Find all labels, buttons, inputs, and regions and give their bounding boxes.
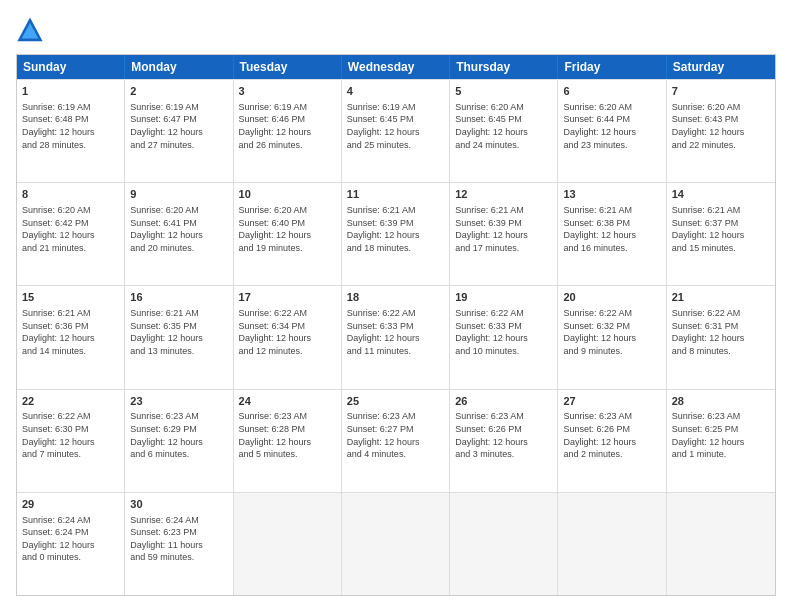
day-number: 15: [22, 290, 119, 305]
calendar-cell: 4Sunrise: 6:19 AM Sunset: 6:45 PM Daylig…: [342, 80, 450, 182]
day-info: Sunrise: 6:19 AM Sunset: 6:47 PM Dayligh…: [130, 101, 227, 151]
day-number: 12: [455, 187, 552, 202]
day-info: Sunrise: 6:20 AM Sunset: 6:41 PM Dayligh…: [130, 204, 227, 254]
day-info: Sunrise: 6:21 AM Sunset: 6:36 PM Dayligh…: [22, 307, 119, 357]
day-info: Sunrise: 6:20 AM Sunset: 6:45 PM Dayligh…: [455, 101, 552, 151]
day-number: 2: [130, 84, 227, 99]
day-info: Sunrise: 6:19 AM Sunset: 6:48 PM Dayligh…: [22, 101, 119, 151]
calendar: SundayMondayTuesdayWednesdayThursdayFrid…: [16, 54, 776, 596]
calendar-cell: 26Sunrise: 6:23 AM Sunset: 6:26 PM Dayli…: [450, 390, 558, 492]
calendar-cell: 24Sunrise: 6:23 AM Sunset: 6:28 PM Dayli…: [234, 390, 342, 492]
day-info: Sunrise: 6:21 AM Sunset: 6:39 PM Dayligh…: [455, 204, 552, 254]
calendar-cell: 6Sunrise: 6:20 AM Sunset: 6:44 PM Daylig…: [558, 80, 666, 182]
cal-header-day: Friday: [558, 55, 666, 79]
day-info: Sunrise: 6:19 AM Sunset: 6:45 PM Dayligh…: [347, 101, 444, 151]
cal-header-day: Monday: [125, 55, 233, 79]
day-number: 30: [130, 497, 227, 512]
calendar-cell: 28Sunrise: 6:23 AM Sunset: 6:25 PM Dayli…: [667, 390, 775, 492]
day-number: 18: [347, 290, 444, 305]
day-info: Sunrise: 6:19 AM Sunset: 6:46 PM Dayligh…: [239, 101, 336, 151]
day-number: 10: [239, 187, 336, 202]
calendar-row: 15Sunrise: 6:21 AM Sunset: 6:36 PM Dayli…: [17, 285, 775, 388]
day-number: 5: [455, 84, 552, 99]
calendar-cell: 29Sunrise: 6:24 AM Sunset: 6:24 PM Dayli…: [17, 493, 125, 595]
day-number: 3: [239, 84, 336, 99]
calendar-cell: [450, 493, 558, 595]
calendar-body: 1Sunrise: 6:19 AM Sunset: 6:48 PM Daylig…: [17, 79, 775, 595]
day-info: Sunrise: 6:21 AM Sunset: 6:39 PM Dayligh…: [347, 204, 444, 254]
day-info: Sunrise: 6:22 AM Sunset: 6:33 PM Dayligh…: [347, 307, 444, 357]
day-info: Sunrise: 6:20 AM Sunset: 6:40 PM Dayligh…: [239, 204, 336, 254]
day-info: Sunrise: 6:22 AM Sunset: 6:33 PM Dayligh…: [455, 307, 552, 357]
day-number: 7: [672, 84, 770, 99]
day-info: Sunrise: 6:21 AM Sunset: 6:38 PM Dayligh…: [563, 204, 660, 254]
calendar-cell: 1Sunrise: 6:19 AM Sunset: 6:48 PM Daylig…: [17, 80, 125, 182]
day-number: 28: [672, 394, 770, 409]
calendar-cell: 20Sunrise: 6:22 AM Sunset: 6:32 PM Dayli…: [558, 286, 666, 388]
day-number: 24: [239, 394, 336, 409]
day-info: Sunrise: 6:24 AM Sunset: 6:24 PM Dayligh…: [22, 514, 119, 564]
calendar-cell: 11Sunrise: 6:21 AM Sunset: 6:39 PM Dayli…: [342, 183, 450, 285]
calendar-cell: 3Sunrise: 6:19 AM Sunset: 6:46 PM Daylig…: [234, 80, 342, 182]
calendar-cell: 5Sunrise: 6:20 AM Sunset: 6:45 PM Daylig…: [450, 80, 558, 182]
calendar-cell: 18Sunrise: 6:22 AM Sunset: 6:33 PM Dayli…: [342, 286, 450, 388]
cal-header-day: Wednesday: [342, 55, 450, 79]
calendar-cell: 7Sunrise: 6:20 AM Sunset: 6:43 PM Daylig…: [667, 80, 775, 182]
calendar-cell: 17Sunrise: 6:22 AM Sunset: 6:34 PM Dayli…: [234, 286, 342, 388]
logo-icon: [16, 16, 44, 44]
day-info: Sunrise: 6:23 AM Sunset: 6:26 PM Dayligh…: [563, 410, 660, 460]
day-info: Sunrise: 6:22 AM Sunset: 6:31 PM Dayligh…: [672, 307, 770, 357]
day-info: Sunrise: 6:21 AM Sunset: 6:35 PM Dayligh…: [130, 307, 227, 357]
calendar-cell: 21Sunrise: 6:22 AM Sunset: 6:31 PM Dayli…: [667, 286, 775, 388]
logo: [16, 16, 50, 44]
calendar-cell: 9Sunrise: 6:20 AM Sunset: 6:41 PM Daylig…: [125, 183, 233, 285]
day-info: Sunrise: 6:20 AM Sunset: 6:43 PM Dayligh…: [672, 101, 770, 151]
day-number: 14: [672, 187, 770, 202]
calendar-cell: [342, 493, 450, 595]
day-number: 16: [130, 290, 227, 305]
day-number: 20: [563, 290, 660, 305]
cal-header-day: Tuesday: [234, 55, 342, 79]
day-info: Sunrise: 6:23 AM Sunset: 6:27 PM Dayligh…: [347, 410, 444, 460]
calendar-cell: 2Sunrise: 6:19 AM Sunset: 6:47 PM Daylig…: [125, 80, 233, 182]
calendar-row: 29Sunrise: 6:24 AM Sunset: 6:24 PM Dayli…: [17, 492, 775, 595]
day-number: 27: [563, 394, 660, 409]
day-number: 4: [347, 84, 444, 99]
cal-header-day: Thursday: [450, 55, 558, 79]
calendar-cell: [558, 493, 666, 595]
day-info: Sunrise: 6:20 AM Sunset: 6:44 PM Dayligh…: [563, 101, 660, 151]
calendar-cell: 15Sunrise: 6:21 AM Sunset: 6:36 PM Dayli…: [17, 286, 125, 388]
calendar-cell: 19Sunrise: 6:22 AM Sunset: 6:33 PM Dayli…: [450, 286, 558, 388]
day-number: 1: [22, 84, 119, 99]
day-info: Sunrise: 6:23 AM Sunset: 6:29 PM Dayligh…: [130, 410, 227, 460]
day-info: Sunrise: 6:20 AM Sunset: 6:42 PM Dayligh…: [22, 204, 119, 254]
calendar-cell: 25Sunrise: 6:23 AM Sunset: 6:27 PM Dayli…: [342, 390, 450, 492]
day-number: 21: [672, 290, 770, 305]
day-number: 8: [22, 187, 119, 202]
day-number: 11: [347, 187, 444, 202]
calendar-cell: 13Sunrise: 6:21 AM Sunset: 6:38 PM Dayli…: [558, 183, 666, 285]
day-number: 29: [22, 497, 119, 512]
calendar-cell: [234, 493, 342, 595]
day-number: 17: [239, 290, 336, 305]
day-info: Sunrise: 6:23 AM Sunset: 6:25 PM Dayligh…: [672, 410, 770, 460]
calendar-cell: 10Sunrise: 6:20 AM Sunset: 6:40 PM Dayli…: [234, 183, 342, 285]
calendar-cell: 30Sunrise: 6:24 AM Sunset: 6:23 PM Dayli…: [125, 493, 233, 595]
day-info: Sunrise: 6:22 AM Sunset: 6:34 PM Dayligh…: [239, 307, 336, 357]
day-info: Sunrise: 6:24 AM Sunset: 6:23 PM Dayligh…: [130, 514, 227, 564]
day-number: 19: [455, 290, 552, 305]
day-info: Sunrise: 6:22 AM Sunset: 6:30 PM Dayligh…: [22, 410, 119, 460]
day-number: 26: [455, 394, 552, 409]
day-info: Sunrise: 6:21 AM Sunset: 6:37 PM Dayligh…: [672, 204, 770, 254]
day-number: 9: [130, 187, 227, 202]
day-number: 13: [563, 187, 660, 202]
calendar-cell: 14Sunrise: 6:21 AM Sunset: 6:37 PM Dayli…: [667, 183, 775, 285]
calendar-row: 22Sunrise: 6:22 AM Sunset: 6:30 PM Dayli…: [17, 389, 775, 492]
calendar-cell: 16Sunrise: 6:21 AM Sunset: 6:35 PM Dayli…: [125, 286, 233, 388]
header: [16, 16, 776, 44]
calendar-cell: 22Sunrise: 6:22 AM Sunset: 6:30 PM Dayli…: [17, 390, 125, 492]
calendar-header: SundayMondayTuesdayWednesdayThursdayFrid…: [17, 55, 775, 79]
calendar-cell: 23Sunrise: 6:23 AM Sunset: 6:29 PM Dayli…: [125, 390, 233, 492]
day-number: 25: [347, 394, 444, 409]
calendar-cell: 27Sunrise: 6:23 AM Sunset: 6:26 PM Dayli…: [558, 390, 666, 492]
